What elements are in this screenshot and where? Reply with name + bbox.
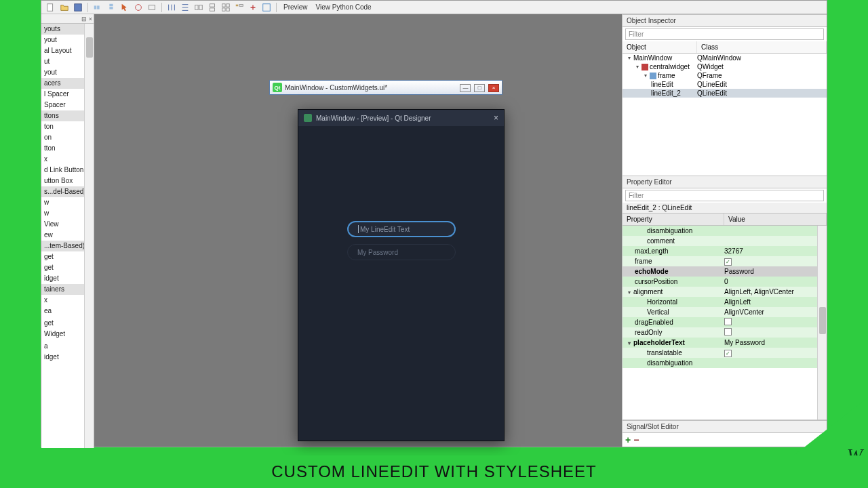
object-tree-row[interactable]: ▾centralwidgetQWidget bbox=[623, 62, 827, 71]
property-value[interactable]: My Password bbox=[724, 339, 827, 346]
right-panel: Object Inspector Filter Object Class ▾Ma… bbox=[622, 14, 827, 447]
property-row[interactable]: VerticalAlignVCenter bbox=[623, 307, 827, 317]
value-column-header[interactable]: Value bbox=[724, 214, 827, 225]
svg-rect-21 bbox=[226, 7, 229, 10]
object-tree-row[interactable]: ▾frameQFrame bbox=[623, 71, 827, 80]
preview-close-button[interactable]: × bbox=[494, 113, 498, 123]
checkbox[interactable]: ✓ bbox=[724, 258, 732, 266]
property-row[interactable]: dragEnabled bbox=[623, 317, 827, 327]
property-value[interactable]: 0 bbox=[724, 278, 827, 285]
object-inspector-header: Object Inspector bbox=[623, 14, 827, 27]
property-value[interactable]: AlignLeft bbox=[724, 298, 827, 306]
property-value[interactable] bbox=[724, 318, 827, 327]
cursor-icon[interactable] bbox=[119, 2, 130, 13]
property-scrollbar[interactable] bbox=[817, 226, 827, 420]
hsplit-icon[interactable] bbox=[193, 2, 204, 13]
layout-h-icon[interactable] bbox=[92, 2, 103, 13]
editor-titlebar[interactable]: Qt MainWindow - CustomWidgets.ui* — □ × bbox=[269, 80, 502, 95]
property-value[interactable]: ✓ bbox=[724, 258, 827, 266]
property-row[interactable]: echoModePassword bbox=[623, 266, 827, 277]
property-editor-header: Property Editor bbox=[623, 176, 827, 188]
svg-point-6 bbox=[136, 4, 142, 10]
tree-expander-icon[interactable]: ▾ bbox=[643, 73, 648, 79]
object-tree-row[interactable]: ▾MainWindowQMainWindow bbox=[623, 54, 827, 62]
open-icon[interactable] bbox=[59, 2, 70, 13]
property-name: readOnly bbox=[635, 329, 663, 336]
property-name: disambiguation bbox=[647, 359, 692, 367]
tree-expander-icon[interactable]: ▾ bbox=[635, 64, 640, 70]
signal-icon[interactable] bbox=[133, 2, 144, 13]
preview-button[interactable]: Preview bbox=[281, 3, 311, 11]
property-value[interactable] bbox=[724, 328, 827, 337]
property-row[interactable]: ▾placeholderTextMy Password bbox=[623, 338, 827, 348]
object-column-header[interactable]: Object bbox=[623, 41, 697, 53]
object-tree-row[interactable]: lineEdit_2QLineEdit bbox=[623, 89, 827, 98]
property-row[interactable]: readOnly bbox=[623, 327, 827, 338]
property-row[interactable]: comment bbox=[623, 236, 827, 246]
lineedit-text-input[interactable]: My LineEdit Text bbox=[347, 221, 456, 237]
tree-expander-icon[interactable]: ▾ bbox=[627, 340, 632, 346]
property-column-header[interactable]: Property bbox=[623, 214, 724, 225]
property-value[interactable]: 32767 bbox=[724, 247, 827, 255]
widget-box-header: ⊟ × bbox=[41, 14, 94, 24]
break-icon[interactable] bbox=[248, 2, 258, 13]
svg-rect-23 bbox=[239, 4, 243, 6]
form-icon[interactable] bbox=[234, 2, 245, 13]
editor-window: Qt MainWindow - CustomWidgets.ui* — □ × bbox=[269, 80, 502, 95]
property-name: alignment bbox=[633, 288, 663, 296]
lineedit-placeholder: My LineEdit Text bbox=[360, 226, 410, 233]
layout-v-icon[interactable] bbox=[106, 2, 117, 13]
property-value[interactable]: ✓ bbox=[724, 349, 827, 357]
property-value[interactable]: Password bbox=[724, 268, 827, 275]
lineedit-password-input[interactable]: My Password bbox=[347, 244, 456, 260]
grid-icon[interactable] bbox=[220, 2, 231, 13]
buddy-icon[interactable] bbox=[146, 2, 157, 13]
property-filter-input[interactable]: Filter bbox=[625, 190, 824, 201]
preview-body: My LineEdit Text My Password bbox=[298, 126, 504, 441]
property-value[interactable]: AlignVCenter bbox=[724, 308, 827, 316]
svg-rect-5 bbox=[109, 7, 113, 9]
property-row[interactable]: disambiguation bbox=[623, 358, 827, 368]
tree-expander-icon[interactable]: ▾ bbox=[627, 289, 632, 296]
preview-titlebar[interactable]: MainWindow - [Preview] - Qt Designer × bbox=[298, 110, 504, 126]
checkbox[interactable] bbox=[724, 318, 732, 325]
vsplit-icon[interactable] bbox=[207, 2, 218, 13]
vlayout-icon[interactable] bbox=[180, 2, 191, 13]
object-filter-input[interactable]: Filter bbox=[625, 28, 824, 40]
hlayout-icon[interactable] bbox=[166, 2, 177, 13]
new-form-icon[interactable] bbox=[45, 2, 56, 13]
property-row[interactable]: disambiguation bbox=[623, 226, 827, 236]
widget-box-close[interactable]: ⊟ × bbox=[81, 16, 92, 22]
checkbox[interactable]: ✓ bbox=[724, 350, 732, 357]
class-column-header[interactable]: Class bbox=[697, 41, 827, 53]
remove-signal-button[interactable]: − bbox=[633, 434, 639, 445]
property-row[interactable]: ▾alignmentAlignLeft, AlignVCenter bbox=[623, 287, 827, 297]
property-row[interactable]: cursorPosition0 bbox=[623, 277, 827, 287]
editor-title: MainWindow - CustomWidgets.ui* bbox=[285, 84, 456, 92]
svg-rect-15 bbox=[199, 5, 202, 9]
property-row[interactable]: translatable✓ bbox=[623, 348, 827, 358]
object-tree-row[interactable]: lineEditQLineEdit bbox=[623, 80, 827, 89]
widget-box-scrollbar[interactable] bbox=[84, 24, 94, 448]
editor-min-button[interactable]: — bbox=[460, 84, 471, 92]
design-canvas: Qt MainWindow - CustomWidgets.ui* — □ × … bbox=[94, 14, 622, 447]
editor-max-button[interactable]: □ bbox=[474, 84, 485, 92]
add-signal-button[interactable]: + bbox=[625, 434, 631, 445]
lineedit-placeholder: My Password bbox=[357, 249, 398, 256]
property-value[interactable]: AlignLeft, AlignVCenter bbox=[724, 288, 827, 296]
layout-icon bbox=[642, 64, 648, 70]
property-row[interactable]: frame✓ bbox=[623, 256, 827, 266]
save-icon[interactable] bbox=[73, 2, 83, 13]
view-code-button[interactable]: View Python Code bbox=[313, 3, 374, 11]
preview-window: MainWindow - [Preview] - Qt Designer × M… bbox=[298, 109, 505, 441]
property-target: lineEdit_2 : QLineEdit bbox=[623, 203, 827, 214]
property-row[interactable]: maxLength32767 bbox=[623, 246, 827, 256]
editor-close-button[interactable]: × bbox=[488, 84, 499, 92]
property-name: cursorPosition bbox=[635, 278, 677, 285]
property-row[interactable]: HorizontalAlignLeft bbox=[623, 297, 827, 307]
tree-expander-icon[interactable]: ▾ bbox=[627, 55, 632, 61]
adjust-icon[interactable] bbox=[261, 2, 272, 13]
object-name: centralwidget bbox=[650, 63, 690, 70]
qt-designer-frame: Preview View Python Code ⊟ × youtsyoutal… bbox=[41, 0, 827, 447]
checkbox[interactable] bbox=[724, 328, 732, 336]
